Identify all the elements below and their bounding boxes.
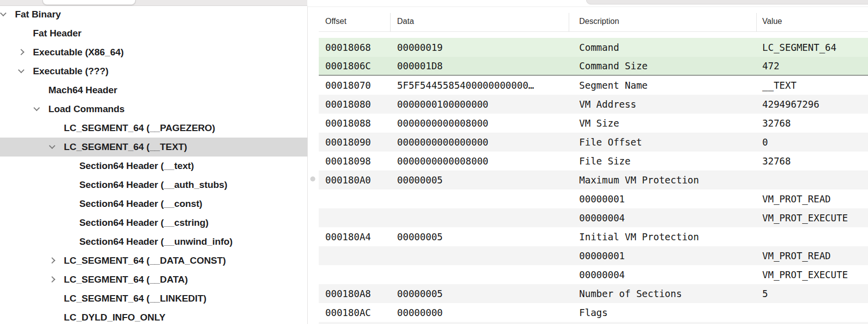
cell-description: 00000001 (569, 246, 756, 265)
toolbar-segmented-tab[interactable] (42, 0, 136, 5)
cell-data: 0000000000008000 (390, 152, 569, 170)
cell-value: 5 (756, 284, 868, 303)
tree-item[interactable]: Section64 Header (__unwind_info) (0, 232, 307, 251)
cell-offset: 000180AC (319, 303, 390, 322)
cell-description: 00000001 (569, 189, 756, 208)
tree-item-label: Executable (???) (33, 62, 108, 81)
cell-value: 32768 (756, 152, 868, 170)
structure-tree-sidebar: Fat BinaryFat HeaderExecutable (X86_64)E… (0, 6, 307, 324)
tree-item-label: LC_SEGMENT_64 (__DATA_CONST) (64, 251, 226, 270)
tree-item-label: Executable (X86_64) (33, 43, 124, 62)
tree-item[interactable]: LC_SEGMENT_64 (__LINKEDIT) (0, 289, 307, 308)
cell-offset: 00018090 (319, 133, 390, 152)
pane-splitter[interactable] (307, 6, 319, 324)
column-header-value[interactable]: Value (756, 7, 868, 36)
toolbar-right-field[interactable] (586, 0, 868, 4)
splitter-handle-dot[interactable] (310, 176, 315, 181)
table-row[interactable]: 000180A800000005Number of Sections5 (319, 284, 868, 303)
tree-list: Fat BinaryFat HeaderExecutable (X86_64)E… (0, 6, 307, 324)
cell-offset (319, 189, 390, 208)
column-header-offset[interactable]: Offset (319, 7, 390, 36)
tree-item[interactable]: LC_SEGMENT_64 (__DATA) (0, 270, 307, 289)
cell-description: Maximum VM Protection (569, 170, 756, 189)
table-row[interactable]: 000180800000000100000000VM Address429496… (319, 95, 868, 114)
cell-value: 0 (756, 133, 868, 152)
column-header-data[interactable]: Data (390, 7, 569, 36)
cell-value: 32768 (756, 114, 868, 133)
table-row[interactable]: 000180705F5F5445585400000000000…Segment … (319, 76, 868, 95)
tree-item[interactable]: Section64 Header (__auth_stubs) (0, 175, 307, 194)
cell-description: Command Size (569, 57, 756, 75)
tree-item[interactable]: LC_SEGMENT_64 (__DATA_CONST) (0, 251, 307, 270)
cell-data (390, 208, 569, 227)
tree-item[interactable]: Load Commands (0, 100, 307, 119)
column-separator (390, 13, 391, 32)
table-row[interactable]: 0001806800000019CommandLC_SEGMENT_64 (319, 38, 868, 57)
cell-description: File Offset (569, 133, 756, 152)
cell-offset (319, 246, 390, 265)
column-separator (569, 13, 569, 32)
tree-item-label: LC_SEGMENT_64 (__TEXT) (64, 138, 187, 157)
cell-value: 472 (756, 57, 868, 75)
tree-item[interactable]: Section64 Header (__cstring) (0, 213, 307, 232)
cell-value (756, 170, 868, 189)
table-row-partial (319, 322, 868, 324)
table-row[interactable]: 000180980000000000008000File Size32768 (319, 152, 868, 170)
table-row[interactable]: 00000004VM_PROT_EXECUTE (319, 265, 868, 284)
table-row[interactable]: 00000001VM_PROT_READ (319, 246, 868, 265)
cell-data: 00000005 (390, 284, 569, 303)
column-header-description[interactable]: Description (569, 7, 756, 36)
chevron-down-icon[interactable] (33, 105, 40, 111)
cell-data: 000001D8 (390, 57, 569, 75)
chevron-down-icon[interactable] (0, 10, 6, 16)
cell-description: VM Address (569, 95, 756, 114)
chevron-right-icon[interactable] (49, 257, 55, 264)
cell-offset: 0001806C (319, 57, 390, 75)
table-row[interactable]: 000180880000000000008000VM Size32768 (319, 114, 868, 133)
cell-offset: 00018088 (319, 114, 390, 133)
chevron-right-icon[interactable] (49, 276, 55, 283)
cell-description: File Size (569, 152, 756, 170)
tree-item[interactable]: LC_SEGMENT_64 (__TEXT) (0, 138, 307, 157)
tree-item[interactable]: Section64 Header (__const) (0, 194, 307, 213)
chevron-down-icon[interactable] (49, 143, 55, 149)
tree-item-label: Section64 Header (__const) (79, 194, 203, 213)
cell-description: Initial VM Protection (569, 227, 756, 246)
tree-item[interactable]: Section64 Header (__text) (0, 157, 307, 175)
table-row[interactable]: 0001806C000001D8Command Size472 (319, 57, 868, 76)
tree-item-label: Section64 Header (__unwind_info) (79, 232, 232, 251)
chevron-down-icon[interactable] (18, 67, 24, 73)
table-row[interactable]: 000180AC00000000Flags (319, 303, 868, 322)
cell-value: LC_SEGMENT_64 (756, 38, 868, 57)
table-row[interactable]: 000180A400000005Initial VM Protection (319, 227, 868, 246)
column-separator (756, 13, 757, 32)
cell-offset: 000180A4 (319, 227, 390, 246)
table-row[interactable]: 00000004VM_PROT_EXECUTE (319, 208, 868, 227)
tree-item[interactable]: LC_DYLD_INFO_ONLY (0, 308, 307, 324)
tree-item-label: LC_DYLD_INFO_ONLY (64, 308, 165, 324)
cell-value: VM_PROT_EXECUTE (756, 265, 868, 284)
chevron-right-icon[interactable] (18, 49, 24, 55)
table-row[interactable]: 000180A000000005Maximum VM Protection (319, 170, 868, 189)
cell-description: VM Size (569, 114, 756, 133)
tree-item[interactable]: Executable (???) (0, 62, 307, 81)
table-row[interactable]: 000180900000000000000000File Offset0 (319, 133, 868, 152)
cell-description: 00000004 (569, 265, 756, 284)
tree-item[interactable]: Fat Binary (0, 6, 307, 24)
tree-item[interactable]: Fat Header (0, 24, 307, 43)
tree-item-label: Mach64 Header (48, 81, 117, 100)
tree-item[interactable]: Mach64 Header (0, 81, 307, 100)
cell-value: 4294967296 (756, 95, 868, 114)
cell-data: 00000019 (390, 38, 569, 57)
tree-item[interactable]: Executable (X86_64) (0, 43, 307, 62)
cell-description: Flags (569, 303, 756, 322)
cell-value: __TEXT (756, 76, 868, 95)
tree-item-label: Section64 Header (__auth_stubs) (79, 175, 227, 194)
cell-offset (319, 208, 390, 227)
tree-item-label: LC_SEGMENT_64 (__LINKEDIT) (64, 289, 207, 308)
tree-item[interactable]: LC_SEGMENT_64 (__PAGEZERO) (0, 119, 307, 138)
cell-offset: 000180A0 (319, 170, 390, 189)
tree-item-label: LC_SEGMENT_64 (__PAGEZERO) (64, 119, 215, 138)
table-row[interactable]: 00000001VM_PROT_READ (319, 189, 868, 208)
pane-top-divider (307, 6, 868, 7)
